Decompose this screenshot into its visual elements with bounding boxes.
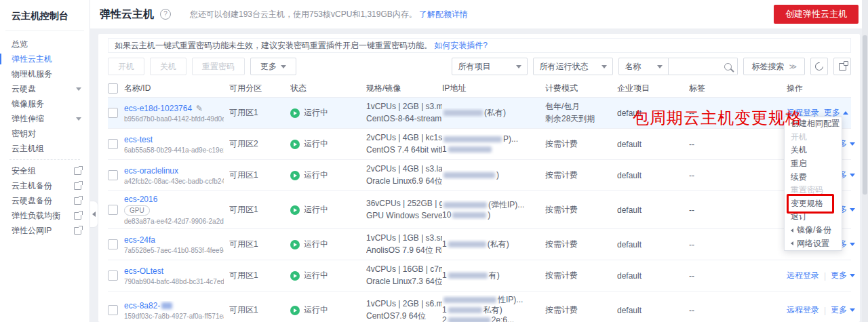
- server-name-link[interactable]: ecs-test: [124, 135, 153, 144]
- billing-cell: 包年/包月剩余28天到期: [545, 102, 617, 124]
- sidebar-item-13[interactable]: 弹性公网IP: [0, 223, 90, 238]
- server-name-link[interactable]: ecs-8a82-: [124, 301, 160, 310]
- sidebar-item-6[interactable]: 弹性伸缩: [0, 111, 90, 126]
- server-id: a42fcb2c-08ac-43ec-badb-ccfb24168...: [124, 178, 224, 185]
- search-input[interactable]: [674, 61, 724, 72]
- remote-login-link[interactable]: 远程登录: [787, 270, 819, 281]
- tag-cell: --: [689, 205, 765, 215]
- sidebar-item-label: 云硬盘备份: [12, 195, 52, 207]
- spec-image-cell: 1vCPUs | 2GB | s6.me...CentOS7.9 64位: [366, 299, 442, 321]
- export-icon: [839, 63, 846, 71]
- row-checkbox[interactable]: [108, 108, 118, 118]
- row-more-link[interactable]: 更多: [831, 270, 855, 281]
- sidebar-item-1[interactable]: 总览: [0, 37, 90, 52]
- status-cell: 运行中: [290, 270, 366, 281]
- export-button[interactable]: [833, 58, 851, 75]
- row-checkbox[interactable]: [108, 139, 118, 149]
- plugin-help-link[interactable]: 如何安装插件?: [434, 41, 488, 50]
- ip-cell: 1 (私有): [442, 239, 545, 249]
- redacted-ip: [448, 273, 488, 279]
- billing-cell: 按需计费: [545, 205, 617, 215]
- row-checkbox[interactable]: [108, 170, 118, 180]
- start-button[interactable]: 开机: [108, 58, 144, 75]
- scrollbar-track: [862, 0, 868, 322]
- project-filter-select[interactable]: 所有项目: [452, 58, 528, 75]
- menu-item-开机[interactable]: 开机: [785, 131, 842, 144]
- edit-name-icon[interactable]: ✎: [196, 104, 203, 113]
- stop-button[interactable]: 关机: [150, 58, 186, 75]
- column-header: IP地址: [442, 83, 545, 94]
- table-row: ecs-OLtest790ab904-bafc-48bd-bc31-4c7edb…: [108, 260, 851, 291]
- column-header: 名称/ID: [124, 83, 229, 94]
- sidebar-item-5[interactable]: 镜像服务: [0, 96, 90, 111]
- sidebar-item-label: 安全组: [12, 165, 36, 177]
- gpu-badge: GPU: [124, 205, 150, 216]
- toolbar: 开机 关机 重置密码 更多 所有项目 所有运行状态 名称: [108, 58, 851, 75]
- search-field-select[interactable]: 名称: [618, 58, 669, 75]
- sidebar-item-4[interactable]: 云硬盘: [0, 81, 90, 96]
- name-id-cell: ecs-oraclelinuxa42fcb2c-08ac-43ec-badb-c…: [124, 166, 229, 185]
- sidebar-item-label: 镜像服务: [12, 98, 44, 110]
- spec-image-cell: 4vCPUs | 16GB | c7n...Oracle Linux7.3 64…: [366, 264, 442, 287]
- scrollbar-thumb[interactable]: [863, 35, 867, 195]
- refresh-button[interactable]: [810, 58, 828, 75]
- row-checkbox[interactable]: [108, 205, 118, 215]
- server-name-link[interactable]: ecs-OLtest: [124, 266, 163, 276]
- image-text: CentOS7.9 64位: [366, 311, 437, 321]
- menu-item-关机[interactable]: 关机: [785, 144, 842, 157]
- ip-text: (弹性IP)...: [488, 200, 524, 210]
- status-filter-select[interactable]: 所有运行状态: [533, 58, 613, 75]
- menu-item-重启[interactable]: 重启: [785, 157, 842, 171]
- sidebar-item-12[interactable]: 弹性负载均衡: [0, 208, 90, 223]
- row-more-link[interactable]: 更多: [831, 304, 855, 316]
- sidebar-item-7[interactable]: 密钥对: [0, 126, 90, 141]
- menu-item-网络设置[interactable]: 网络设置: [785, 237, 842, 250]
- toolbar-more-button[interactable]: 更多: [250, 58, 296, 75]
- enterprise-project-cell: default: [617, 240, 689, 249]
- server-name-link[interactable]: ecs-oraclelinux: [124, 166, 178, 176]
- reset-password-button[interactable]: 重置密码: [192, 58, 245, 75]
- row-checkbox[interactable]: [108, 239, 118, 249]
- menu-item-镜像/备份[interactable]: 镜像/备份: [785, 224, 842, 237]
- sidebar-item-10[interactable]: 云主机备份: [0, 178, 90, 193]
- redacted-ip: [443, 172, 495, 178]
- sidebar-item-9[interactable]: 安全组: [0, 163, 90, 178]
- availability-zone-cell: 可用区1: [229, 204, 290, 216]
- server-name-link[interactable]: ecs-e18d-1023764: [124, 104, 192, 113]
- status-cell: 运行中: [290, 107, 366, 119]
- row-checkbox[interactable]: [108, 305, 118, 315]
- sidebar-item-3[interactable]: 物理机服务: [0, 66, 90, 81]
- header-checkbox-cell: [108, 83, 124, 94]
- server-name-link[interactable]: ecs-2016: [124, 195, 157, 204]
- search-box: [669, 58, 738, 75]
- enterprise-project-cell: default: [617, 271, 689, 281]
- server-name-link[interactable]: ecs-24fa: [124, 235, 155, 245]
- row-checkbox[interactable]: [108, 270, 118, 281]
- sidebar-item-11[interactable]: 云硬盘备份: [0, 193, 90, 208]
- sidebar: 云主机控制台 总览弹性云主机物理机服务云硬盘镜像服务弹性伸缩密钥对云主机组安全组…: [0, 0, 90, 322]
- menu-item-续费[interactable]: 续费: [785, 170, 842, 184]
- app: 云主机控制台 总览弹性云主机物理机服务云硬盘镜像服务弹性伸缩密钥对云主机组安全组…: [0, 0, 868, 322]
- ip-cell: 1有): [442, 270, 545, 281]
- help-icon[interactable]: ?: [160, 9, 171, 20]
- ip-line: (弹性IP)...: [442, 200, 540, 210]
- billing-cell: 按需计费: [545, 270, 617, 281]
- select-all-checkbox[interactable]: [108, 83, 118, 94]
- tag-search-label: 标签搜索: [751, 61, 784, 73]
- menu-item-label: 镜像/备份: [797, 224, 831, 236]
- billing-cell: 按需计费: [545, 170, 617, 180]
- sidebar-item-8[interactable]: 云主机组: [0, 141, 90, 156]
- remote-login-link[interactable]: 远程登录: [787, 304, 819, 316]
- server-id: de83a87a-ee42-42d7-9906-2a2d7cd...: [124, 218, 224, 225]
- enterprise-project-cell: default: [617, 306, 689, 315]
- tag-search-button[interactable]: 标签搜索 ≫: [743, 58, 805, 75]
- search-icon[interactable]: [724, 63, 732, 71]
- toolbar-more-label: 更多: [260, 61, 277, 73]
- redacted-ip: [448, 317, 490, 322]
- quota-detail-link[interactable]: 了解配额详情: [419, 9, 468, 19]
- sidebar-item-2[interactable]: 弹性云主机: [0, 52, 90, 66]
- ip-line: ): [442, 170, 540, 180]
- sidebar-collapse-handle[interactable]: [90, 201, 98, 228]
- create-ecs-button[interactable]: 创建弹性云主机: [774, 5, 859, 24]
- table-row: ecs-test6ab55a58-0b29-441a-ad9e-c19e203.…: [108, 129, 851, 160]
